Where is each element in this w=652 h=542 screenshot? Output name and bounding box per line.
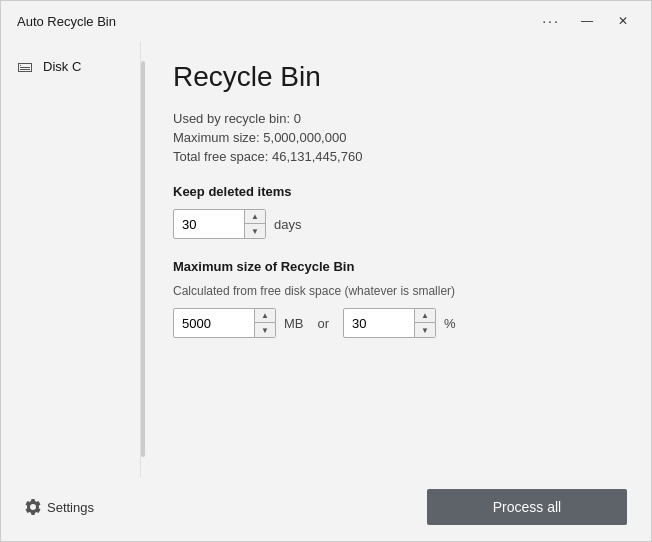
footer: Settings Process all bbox=[1, 477, 651, 541]
sidebar-item-disk-c[interactable]: 🖴 Disk C bbox=[1, 49, 140, 83]
title-bar-controls: ··· — ✕ bbox=[535, 5, 639, 37]
days-decrement-button[interactable]: ▼ bbox=[245, 224, 265, 238]
days-spinner: ▲ ▼ bbox=[173, 209, 266, 239]
days-input[interactable] bbox=[174, 210, 244, 238]
max-size-section-label: Maximum size of Recycle Bin bbox=[173, 259, 623, 274]
mb-spinner-buttons: ▲ ▼ bbox=[254, 309, 275, 337]
mb-input[interactable] bbox=[174, 309, 254, 337]
title-bar: Auto Recycle Bin ··· — ✕ bbox=[1, 1, 651, 41]
days-spinner-buttons: ▲ ▼ bbox=[244, 210, 265, 238]
app-title: Auto Recycle Bin bbox=[17, 14, 116, 29]
close-button[interactable]: ✕ bbox=[607, 5, 639, 37]
mb-spinner: ▲ ▼ bbox=[173, 308, 276, 338]
process-all-button[interactable]: Process all bbox=[427, 489, 627, 525]
total-free-line: Total free space: 46,131,445,760 bbox=[173, 149, 623, 164]
used-by-line: Used by recycle bin: 0 bbox=[173, 111, 623, 126]
max-size-sub-label: Calculated from free disk space (whateve… bbox=[173, 284, 623, 298]
percent-spinner: ▲ ▼ bbox=[343, 308, 436, 338]
settings-label: Settings bbox=[47, 500, 94, 515]
percent-input[interactable] bbox=[344, 309, 414, 337]
mb-unit-label: MB bbox=[284, 316, 304, 331]
days-increment-button[interactable]: ▲ bbox=[245, 210, 265, 224]
mb-increment-button[interactable]: ▲ bbox=[255, 309, 275, 323]
max-size-line: Maximum size: 5,000,000,000 bbox=[173, 130, 623, 145]
max-size-section: Maximum size of Recycle Bin Calculated f… bbox=[173, 259, 623, 338]
main-window: Auto Recycle Bin ··· — ✕ 🖴 Disk C R bbox=[0, 0, 652, 542]
or-label: or bbox=[318, 316, 330, 331]
close-icon: ✕ bbox=[618, 14, 628, 28]
percent-spinner-buttons: ▲ ▼ bbox=[414, 309, 435, 337]
minimize-button[interactable]: — bbox=[571, 5, 603, 37]
sidebar-item-label: Disk C bbox=[43, 59, 81, 74]
settings-link[interactable]: Settings bbox=[25, 499, 94, 515]
keep-deleted-input-row: ▲ ▼ days bbox=[173, 209, 623, 239]
mb-decrement-button[interactable]: ▼ bbox=[255, 323, 275, 337]
page-title: Recycle Bin bbox=[173, 61, 623, 93]
keep-deleted-section: Keep deleted items ▲ ▼ days bbox=[173, 184, 623, 239]
max-size-input-row: ▲ ▼ MB or ▲ ▼ % bbox=[173, 308, 623, 338]
more-options-icon: ··· bbox=[542, 13, 560, 29]
sidebar: 🖴 Disk C bbox=[1, 41, 141, 477]
main-content: Recycle Bin Used by recycle bin: 0 Maxim… bbox=[145, 41, 651, 477]
days-unit-label: days bbox=[274, 217, 301, 232]
hdd-icon: 🖴 bbox=[17, 57, 33, 75]
keep-deleted-label: Keep deleted items bbox=[173, 184, 623, 199]
percent-decrement-button[interactable]: ▼ bbox=[415, 323, 435, 337]
gear-icon bbox=[25, 499, 41, 515]
process-all-label: Process all bbox=[493, 499, 561, 515]
percent-increment-button[interactable]: ▲ bbox=[415, 309, 435, 323]
more-options-button[interactable]: ··· bbox=[535, 5, 567, 37]
title-bar-left: Auto Recycle Bin bbox=[17, 14, 116, 29]
minimize-icon: — bbox=[581, 14, 593, 28]
percent-unit-label: % bbox=[444, 316, 456, 331]
content-area: 🖴 Disk C Recycle Bin Used by recycle bin… bbox=[1, 41, 651, 477]
